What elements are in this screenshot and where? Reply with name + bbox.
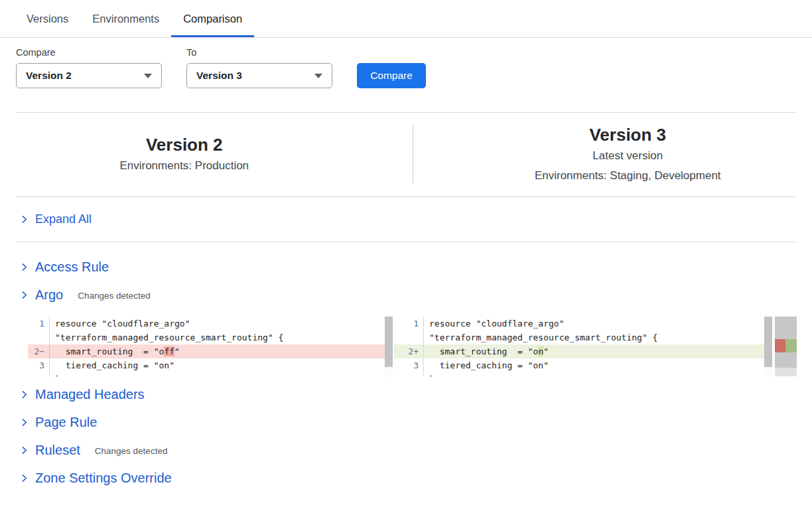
compare-to-select[interactable]: Version 3	[186, 63, 332, 88]
code-text: resource "cloudflare_argo"	[424, 317, 565, 331]
section-list: Access RuleArgoChanges detected1resource…	[0, 242, 812, 492]
section-label: Access Rule	[35, 260, 109, 275]
compare-from-value: Version 2	[26, 70, 72, 82]
line-number: 1	[394, 317, 424, 331]
left-panel-scrollbar[interactable]	[385, 317, 393, 376]
ruler-lower-track	[775, 368, 797, 376]
code-text: tiered_caching = "on"	[50, 358, 174, 372]
tab-comparison[interactable]: Comparison	[171, 0, 254, 37]
line-number: 1	[28, 317, 50, 331]
code-text: }	[50, 372, 60, 376]
compare-to-label: To	[186, 47, 332, 58]
expand-all-label: Expand All	[35, 212, 92, 226]
changes-detected-badge: Changes detected	[78, 291, 151, 301]
version-headers: Version 2 Environments: Production Versi…	[0, 113, 812, 196]
diff-row: 3 tiered_caching = "on"	[28, 358, 393, 372]
code-text: }	[424, 372, 435, 376]
code-text: smart_routing = "on"	[424, 344, 549, 358]
version-left-environments: Environments: Production	[119, 159, 249, 174]
chevron-right-icon	[20, 474, 29, 483]
diff-row: 2+ smart_routing = "on"	[394, 344, 772, 358]
chevron-right-icon	[20, 215, 29, 224]
section-ruleset[interactable]: RulesetChanges detected	[0, 436, 812, 464]
compare-to-value: Version 3	[196, 70, 242, 82]
chevron-right-icon	[20, 390, 29, 399]
section-label: Page Rule	[35, 415, 97, 430]
diff-panel-right: 1resource "cloudflare_argo""terraform_ma…	[394, 317, 772, 376]
line-number: 3	[28, 358, 50, 372]
compare-form: Compare Version 2 To Version 3 Compare	[16, 47, 812, 88]
chevron-right-icon	[20, 418, 29, 427]
line-number	[28, 372, 50, 376]
changes-detected-badge: Changes detected	[95, 446, 168, 456]
version-left-header: Version 2 Environments: Production	[0, 135, 413, 175]
deletion-sign: −	[39, 346, 44, 356]
chevron-down-icon	[144, 74, 152, 78]
section-label: Zone Settings Override	[35, 471, 172, 486]
compare-button[interactable]: Compare	[357, 63, 426, 88]
chevron-right-icon	[20, 263, 29, 271]
section-argo[interactable]: ArgoChanges detected	[0, 281, 812, 309]
chevron-right-icon	[20, 291, 29, 299]
diff-row: 3 tiered_caching = "on"	[394, 358, 772, 372]
compare-from-field: Compare Version 2	[16, 47, 162, 88]
line-number	[394, 372, 424, 376]
line-number	[394, 331, 424, 344]
line-number: 3	[394, 358, 424, 372]
diff-row: }	[28, 372, 393, 376]
diff-row: 1resource "cloudflare_argo"	[394, 317, 772, 331]
code-text: "terraform_managed_resource_smart_routin…	[50, 331, 283, 344]
code-text: smart_routing = "off"	[50, 344, 180, 358]
compare-from-label: Compare	[16, 47, 162, 58]
diff-panel-left: 1resource "cloudflare_argo""terraform_ma…	[28, 317, 393, 376]
code-text: resource "cloudflare_argo"	[50, 317, 190, 331]
tab-environments[interactable]: Environments	[80, 0, 171, 37]
version-right-environments: Environments: Staging, Development	[535, 169, 721, 184]
diff-overview-ruler[interactable]	[775, 317, 797, 376]
section-page-rule[interactable]: Page Rule	[0, 408, 812, 436]
code-text: "terraform_managed_resource_smart_routin…	[424, 331, 657, 344]
right-panel-scrollbar[interactable]	[764, 317, 772, 376]
diff-row: 1resource "cloudflare_argo"	[28, 317, 393, 331]
code-text: tiered_caching = "on"	[424, 358, 549, 372]
expand-all-link[interactable]: Expand All	[0, 197, 812, 242]
ruler-deletion-marker	[775, 339, 785, 352]
diff-row: }	[394, 372, 772, 376]
tab-bar: VersionsEnvironmentsComparison	[0, 0, 812, 38]
diff-row: 2− smart_routing = "off"	[28, 344, 393, 358]
ruler-addition-marker	[785, 339, 797, 352]
line-number: 2+	[394, 344, 424, 358]
scrollbar-thumb[interactable]	[764, 317, 772, 367]
argo-diff: 1resource "cloudflare_argo""terraform_ma…	[28, 317, 812, 376]
compare-from-select[interactable]: Version 2	[16, 63, 162, 88]
chevron-down-icon	[314, 74, 322, 78]
line-number: 2−	[28, 344, 50, 358]
version-right-title: Version 3	[589, 125, 666, 145]
diff-row: "terraform_managed_resource_smart_routin…	[28, 331, 393, 344]
version-right-latest: Latest version	[592, 149, 663, 164]
section-zone-settings-override[interactable]: Zone Settings Override	[0, 464, 812, 492]
section-access-rule[interactable]: Access Rule	[0, 253, 812, 281]
section-label: Managed Headers	[35, 387, 145, 402]
compare-to-field: To Version 3	[186, 47, 332, 88]
addition-sign: +	[413, 346, 419, 356]
version-right-header: Version 3 Latest version Environments: S…	[413, 125, 812, 184]
line-number	[28, 331, 50, 344]
scrollbar-thumb[interactable]	[385, 317, 393, 367]
version-left-title: Version 2	[146, 135, 223, 155]
diff-row: "terraform_managed_resource_smart_routin…	[394, 331, 772, 344]
tab-versions[interactable]: Versions	[15, 0, 80, 37]
section-managed-headers[interactable]: Managed Headers	[0, 380, 812, 408]
section-label: Ruleset	[35, 443, 80, 458]
section-label: Argo	[35, 287, 63, 303]
chevron-right-icon	[20, 446, 29, 455]
